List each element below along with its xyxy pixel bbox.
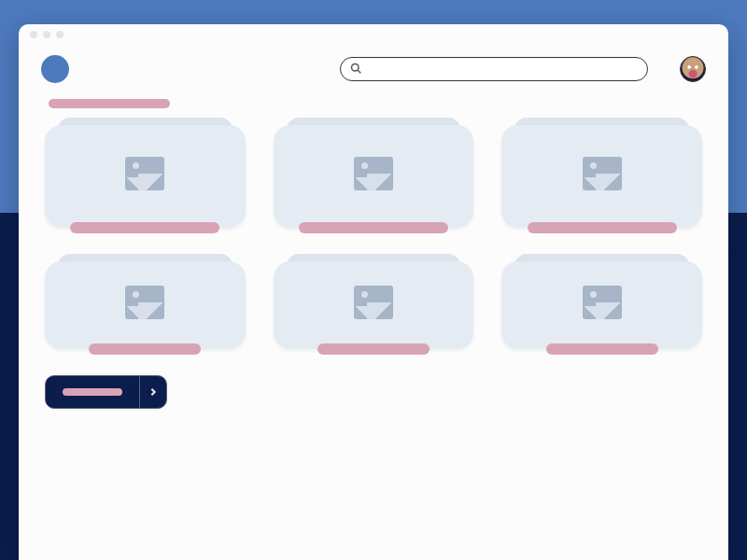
gallery-card[interactable] (45, 125, 246, 228)
image-placeholder-icon (501, 261, 702, 343)
traffic-light-zoom[interactable] (56, 31, 63, 38)
gallery-card[interactable] (501, 125, 702, 228)
gallery-card[interactable] (45, 261, 246, 349)
gallery-card[interactable] (274, 125, 474, 228)
app-window (19, 24, 728, 560)
search-field[interactable] (340, 57, 648, 81)
card-label (89, 343, 201, 355)
page-title (49, 99, 170, 108)
image-placeholder-icon (274, 261, 474, 343)
card-row-1 (45, 125, 702, 228)
image-placeholder-icon (45, 261, 246, 343)
brand-logo[interactable] (41, 55, 69, 83)
gallery-card[interactable] (501, 261, 702, 349)
image-placeholder-icon (274, 125, 474, 222)
window-titlebar (19, 24, 728, 45)
cta-label (63, 388, 122, 396)
card-grid (45, 125, 702, 349)
card-label (70, 222, 219, 233)
card-label (546, 343, 658, 355)
top-bar (19, 45, 728, 93)
card-label (528, 222, 677, 233)
search-input[interactable] (367, 63, 638, 75)
gallery-card[interactable] (274, 261, 474, 349)
traffic-light-close[interactable] (30, 31, 37, 38)
image-placeholder-icon (501, 125, 702, 222)
main-content (19, 93, 728, 560)
card-label (299, 222, 448, 233)
search-icon (350, 61, 361, 77)
traffic-light-minimize[interactable] (43, 31, 50, 38)
footer-actions (45, 375, 702, 409)
svg-line-1 (358, 70, 360, 73)
primary-cta-button[interactable] (45, 375, 167, 409)
card-label (317, 343, 430, 355)
chevron-right-icon[interactable] (140, 387, 166, 397)
image-placeholder-icon (45, 125, 246, 222)
avatar[interactable] (680, 56, 706, 82)
card-row-2 (45, 261, 702, 349)
svg-point-0 (352, 64, 359, 72)
